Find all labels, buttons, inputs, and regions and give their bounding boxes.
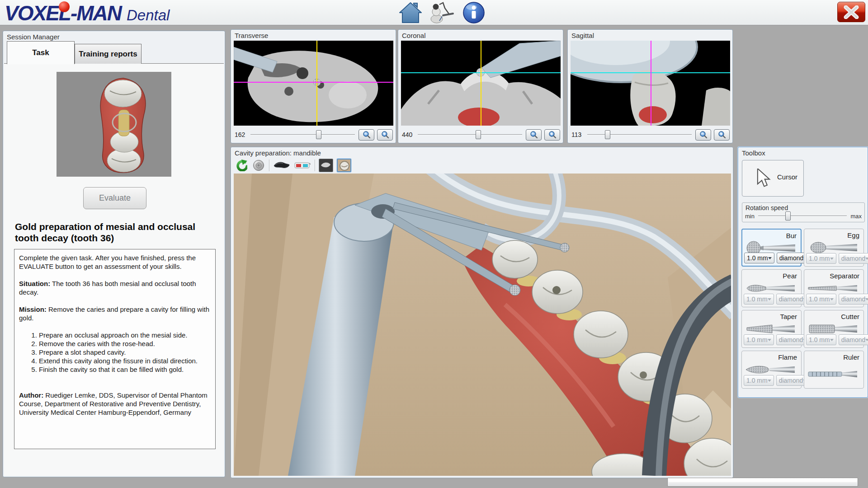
chevron-down-icon — [768, 257, 772, 259]
textured-view-button[interactable] — [337, 159, 351, 172]
dental-unit-button[interactable] — [429, 1, 455, 24]
cavity-3d-viewport[interactable] — [234, 174, 731, 476]
dental-unit-icon — [429, 2, 455, 23]
tool-taper-button[interactable]: Taper 1.0 mm diamond — [741, 310, 802, 348]
cutter-material-dropdown[interactable]: diamond — [839, 334, 868, 345]
coronal-controls: 440 — [402, 129, 560, 141]
info-icon — [462, 1, 485, 24]
cursor-label: Cursor — [777, 173, 797, 181]
transverse-slice-value: 162 — [235, 131, 247, 138]
coronal-zoom-out-button[interactable] — [526, 129, 542, 141]
pear-size-dropdown[interactable]: 1.0 mm — [744, 294, 774, 305]
cursor-tool-button[interactable]: Cursor — [742, 160, 804, 197]
magnifier-minus-icon — [530, 131, 538, 139]
egg-size-dropdown[interactable]: 1.0 mm — [806, 253, 836, 264]
separator-size-dropdown[interactable]: 1.0 mm — [806, 294, 836, 305]
session-manager-title: Session Manager — [7, 33, 60, 41]
grayscale-view-button[interactable] — [319, 159, 333, 172]
bur-size-dropdown[interactable]: 1.0 mm — [744, 253, 774, 263]
coronal-slice-image[interactable] — [401, 41, 561, 126]
bottom-scrollbar[interactable] — [667, 478, 858, 487]
sagittal-slice-image[interactable] — [571, 41, 730, 126]
task-situation: Situation: The tooth 36 has both mesial … — [19, 279, 211, 296]
tool-cutter-button[interactable]: Cutter 1.0 mm diamond — [804, 310, 864, 348]
transverse-slice-slider[interactable] — [250, 130, 356, 140]
tool-egg-button[interactable]: Egg 1.0 mm diamond — [804, 229, 864, 267]
transverse-slice-image[interactable] — [234, 41, 393, 126]
task-mission: Mission: Remove the caries and prepare a… — [19, 305, 211, 322]
tool-separator-button[interactable]: Separator 1.0 mm diamond — [804, 269, 864, 307]
info-button[interactable] — [461, 1, 486, 24]
glasses-button[interactable] — [273, 159, 290, 172]
home-button[interactable] — [398, 1, 423, 24]
tab-task[interactable]: Task — [7, 41, 75, 64]
cavity-preparation-panel: Cavity preparation: mandible — [231, 147, 733, 478]
sagittal-slice-slider[interactable] — [586, 130, 693, 140]
tab-bar: Task Training reports — [4, 40, 224, 64]
tool-label: Separator — [830, 272, 859, 280]
slider-thumb[interactable] — [316, 130, 321, 139]
tab-training-reports[interactable]: Training reports — [75, 44, 142, 64]
tool-label: Bur — [786, 232, 797, 239]
task-step: Finish the cavity so that it can be fill… — [39, 365, 211, 374]
sagittal-zoom-out-button[interactable] — [695, 129, 711, 141]
magnifier-plus-icon — [718, 131, 726, 139]
view-textured-icon — [338, 160, 351, 172]
tool-label: Cutter — [841, 313, 859, 320]
home-icon — [399, 2, 422, 23]
header-icons — [398, 1, 486, 24]
sagittal-zoom-in-button[interactable] — [714, 129, 730, 141]
logo-red-ball-icon — [59, 1, 70, 12]
transverse-zoom-out-button[interactable] — [359, 129, 374, 141]
task-intro: Complete the given task. After you have … — [19, 253, 211, 271]
separator-material-dropdown[interactable]: diamond — [839, 294, 868, 305]
evaluate-button[interactable]: Evaluate — [83, 187, 146, 209]
headlight-button[interactable] — [252, 159, 265, 172]
close-icon — [844, 5, 859, 19]
cutter-size-dropdown[interactable]: 1.0 mm — [806, 334, 836, 345]
tool-pear-button[interactable]: Pear 1.0 mm diamond — [741, 269, 802, 307]
transverse-zoom-in-button[interactable] — [377, 129, 393, 141]
sagittal-view-panel: Sagittal 113 — [567, 29, 733, 143]
tool-label: Egg — [847, 231, 859, 239]
app-logo: VOXEL-MANDental — [5, 1, 170, 24]
coronal-view-panel: Coronal 440 — [398, 29, 563, 143]
coronal-slice-slider[interactable] — [417, 130, 523, 140]
close-button[interactable] — [837, 2, 865, 22]
chevron-down-icon — [768, 298, 771, 300]
tool-bur-button[interactable]: Bur 1.0 mm diamond — [741, 229, 802, 267]
slider-thumb[interactable] — [785, 211, 791, 221]
tool-label: Pear — [783, 272, 797, 280]
toolbar-separator — [315, 160, 315, 171]
magnifier-minus-icon — [699, 131, 708, 139]
toolbox-panel: Toolbox Cursor Rotation speed min max Bu… — [738, 147, 868, 398]
magnifier-minus-icon — [363, 131, 371, 139]
task-steps: Prepare an occlusal approach on the mesi… — [19, 331, 211, 374]
cavity-panel-title: Cavity preparation: mandible — [235, 149, 321, 157]
cavity-toolbar — [235, 158, 351, 173]
task-step: Prepare an occlusal approach on the mesi… — [39, 331, 211, 339]
task-step: Prepare a slot shaped cavity. — [39, 348, 211, 357]
transverse-controls: 162 — [235, 129, 393, 141]
tool-ruler-button[interactable]: Ruler — [804, 351, 864, 389]
stereo-3d-glasses-icon — [294, 161, 311, 170]
reset-view-button[interactable] — [235, 159, 248, 172]
slider-thumb[interactable] — [605, 130, 610, 139]
tool-flame-button[interactable]: Flame 1.0 mm diamond — [741, 351, 802, 389]
tool-label: Ruler — [843, 353, 859, 361]
taper-size-dropdown[interactable]: 1.0 mm — [744, 334, 774, 345]
flame-size-dropdown[interactable]: 1.0 mm — [744, 375, 774, 386]
coronal-title: Coronal — [402, 32, 426, 39]
egg-material-dropdown[interactable]: diamond — [839, 253, 868, 264]
stereo-glasses-button[interactable] — [294, 159, 311, 172]
task-description-box: Complete the given task. After you have … — [14, 249, 216, 449]
task-step: Remove the caries with the rose-head. — [39, 339, 211, 348]
rotation-max-label: max — [850, 213, 862, 220]
task-preview-image — [57, 72, 171, 177]
rotation-speed-group: Rotation speed min max — [742, 202, 865, 222]
rotation-min-label: min — [745, 213, 755, 220]
rotation-speed-slider[interactable] — [757, 211, 848, 221]
slider-thumb[interactable] — [476, 130, 481, 139]
scrollbar-gloss — [669, 479, 857, 482]
coronal-zoom-in-button[interactable] — [544, 129, 560, 141]
